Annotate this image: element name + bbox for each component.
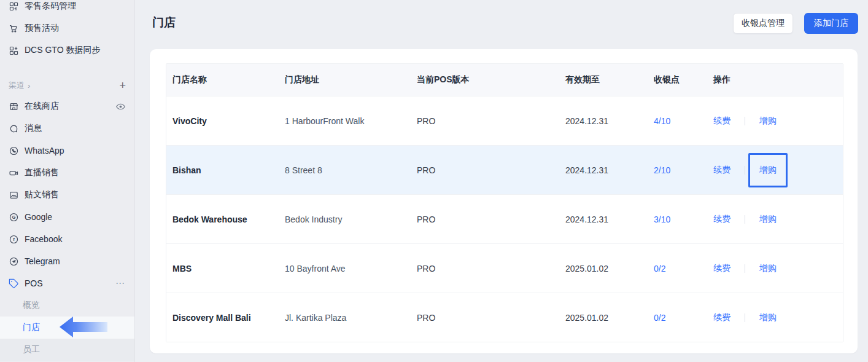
sidebar-item-dcs-gto-sync[interactable]: DCS GTO 数据同步 bbox=[0, 39, 134, 61]
svg-text:G: G bbox=[12, 214, 15, 220]
cashier-points-link[interactable]: 0/2 bbox=[654, 264, 665, 273]
sidebar-item-label: WhatsApp bbox=[25, 146, 64, 155]
action-divider bbox=[745, 313, 745, 322]
sidebar-item-live-sales[interactable]: 直播销售 bbox=[0, 162, 134, 184]
renew-link[interactable]: 续费 bbox=[713, 165, 730, 176]
section-label: 渠道 bbox=[9, 80, 25, 91]
sidebar-item-label: POS bbox=[25, 278, 43, 288]
subitem-label: 概览 bbox=[23, 300, 40, 311]
renew-link[interactable]: 续费 bbox=[713, 312, 730, 323]
column-header-actions: 操作 bbox=[707, 64, 843, 96]
telegram-icon bbox=[9, 256, 19, 267]
store-name: Bishan bbox=[166, 146, 279, 194]
cashier-points-link[interactable]: 2/10 bbox=[654, 165, 670, 175]
renew-link[interactable]: 续费 bbox=[713, 263, 730, 274]
page-title: 门店 bbox=[152, 15, 176, 31]
add-channel-button[interactable]: + bbox=[119, 80, 126, 91]
eye-icon[interactable] bbox=[115, 101, 126, 112]
action-divider bbox=[745, 264, 745, 273]
store-name: Bedok Warehouse bbox=[166, 195, 279, 243]
sidebar-item-retail-barcode[interactable]: 零售条码管理 bbox=[0, 0, 134, 17]
stores-card: 门店名称 门店地址 当前POS版本 有效期至 收银点 操作 VivoCity 1… bbox=[150, 49, 858, 353]
sidebar-item-label: 在线商店 bbox=[25, 101, 59, 112]
column-header-cashier-points: 收银点 bbox=[648, 64, 707, 96]
renew-link[interactable]: 续费 bbox=[713, 214, 730, 225]
stores-table: 门店名称 门店地址 当前POS版本 有效期至 收银点 操作 VivoCity 1… bbox=[166, 63, 843, 342]
cashier-points-link[interactable]: 0/2 bbox=[654, 313, 665, 323]
ellipsis-icon[interactable]: ⋯ bbox=[115, 278, 126, 289]
table-header-row: 门店名称 门店地址 当前POS版本 有效期至 收银点 操作 bbox=[166, 64, 843, 96]
sidebar-item-facebook[interactable]: f Facebook bbox=[0, 228, 134, 250]
column-header-store-name: 门店名称 bbox=[166, 64, 279, 96]
chevron-right-icon: › bbox=[28, 81, 30, 90]
sidebar-item-post-sales[interactable]: 贴文销售 bbox=[0, 184, 134, 206]
subitem-label: 门店 bbox=[23, 322, 40, 333]
column-header-pos-version: 当前POS版本 bbox=[411, 64, 559, 96]
store-address: 8 Street 8 bbox=[279, 146, 411, 194]
valid-until: 2024.12.31 bbox=[559, 195, 648, 243]
action-divider bbox=[745, 215, 745, 224]
sidebar-top-group: 零售条码管理 预售活动 DCS GTO 数据同步 bbox=[0, 0, 134, 61]
table-row-highlighted: Bishan 8 Street 8 PRO 2024.12.31 2/10 续费… bbox=[166, 145, 843, 194]
action-divider bbox=[745, 166, 745, 175]
action-divider bbox=[745, 117, 745, 125]
table-row: MBS 10 Bayfront Ave PRO 2025.01.02 0/2 续… bbox=[166, 243, 843, 293]
store-name: Discovery Mall Bali bbox=[166, 293, 279, 342]
google-icon: G bbox=[9, 212, 19, 222]
sidebar-item-pos[interactable]: POS ⋯ bbox=[0, 272, 134, 294]
store-address: Jl. Kartika Plaza bbox=[279, 293, 411, 342]
tag-icon bbox=[9, 278, 19, 289]
sidebar-item-presale[interactable]: 预售活动 bbox=[0, 17, 134, 39]
add-store-button[interactable]: 添加门店 bbox=[804, 13, 858, 34]
sidebar-item-label: Facebook bbox=[25, 234, 62, 244]
pos-version: PRO bbox=[411, 244, 559, 293]
storefront-icon bbox=[9, 101, 19, 112]
sidebar-subitem-stores[interactable]: 门店 bbox=[0, 317, 134, 339]
video-camera-icon bbox=[9, 168, 19, 178]
sidebar-item-label: 预售活动 bbox=[25, 23, 59, 34]
sidebar-item-label: 消息 bbox=[25, 123, 42, 134]
sidebar-item-google[interactable]: G Google bbox=[0, 206, 134, 228]
sidebar-item-online-store[interactable]: 在线商店 bbox=[0, 95, 134, 117]
sidebar-item-telegram[interactable]: Telegram bbox=[0, 250, 134, 272]
addon-purchase-link[interactable]: 增购 bbox=[759, 214, 777, 225]
renew-link[interactable]: 续费 bbox=[713, 116, 730, 127]
addon-purchase-link[interactable]: 增购 bbox=[759, 312, 777, 323]
sidebar-subitem-staff[interactable]: 员工 bbox=[0, 339, 134, 361]
sidebar-subitem-overview[interactable]: 概览 bbox=[0, 294, 134, 317]
cashier-point-management-button[interactable]: 收银点管理 bbox=[733, 13, 793, 34]
store-address: 1 HarbourFront Walk bbox=[279, 96, 411, 145]
column-header-store-address: 门店地址 bbox=[279, 64, 411, 96]
chat-icon bbox=[9, 124, 19, 134]
whatsapp-icon bbox=[9, 146, 19, 156]
subitem-label: 员工 bbox=[23, 344, 40, 355]
sidebar-item-label: Google bbox=[25, 212, 52, 222]
valid-until: 2024.12.31 bbox=[559, 96, 648, 145]
svg-text:f: f bbox=[13, 237, 15, 242]
valid-until: 2024.12.31 bbox=[559, 146, 648, 194]
sidebar: 零售条码管理 预售活动 DCS GTO 数据同步 渠道 › + 在线商店 bbox=[0, 0, 135, 362]
sidebar-section-channels[interactable]: 渠道 › + bbox=[0, 77, 134, 94]
addon-purchase-link[interactable]: 增购 bbox=[759, 165, 777, 175]
sidebar-item-messages[interactable]: 消息 bbox=[0, 117, 134, 140]
sidebar-item-whatsapp[interactable]: WhatsApp bbox=[0, 140, 134, 162]
sidebar-item-label: Telegram bbox=[25, 256, 60, 266]
pos-version: PRO bbox=[411, 293, 559, 342]
cashier-points-link[interactable]: 3/10 bbox=[654, 214, 670, 224]
table-row: Discovery Mall Bali Jl. Kartika Plaza PR… bbox=[166, 293, 843, 342]
column-header-valid-until: 有效期至 bbox=[559, 64, 648, 96]
pos-submenu: 概览 门店 员工 bbox=[0, 294, 134, 361]
addon-purchase-link[interactable]: 增购 bbox=[759, 116, 777, 127]
store-address: Bedok Industry bbox=[279, 195, 411, 243]
table-row: VivoCity 1 HarbourFront Walk PRO 2024.12… bbox=[166, 96, 843, 145]
presale-cart-icon bbox=[9, 23, 19, 34]
pos-version: PRO bbox=[411, 146, 559, 194]
addon-purchase-link[interactable]: 增购 bbox=[759, 263, 777, 274]
pos-version: PRO bbox=[411, 195, 559, 243]
sidebar-item-label: 贴文销售 bbox=[25, 189, 59, 200]
image-icon bbox=[9, 190, 19, 200]
store-name: MBS bbox=[166, 244, 279, 293]
barcode-grid-icon bbox=[9, 1, 19, 12]
sidebar-item-label: DCS GTO 数据同步 bbox=[25, 45, 100, 56]
cashier-points-link[interactable]: 4/10 bbox=[654, 116, 670, 126]
